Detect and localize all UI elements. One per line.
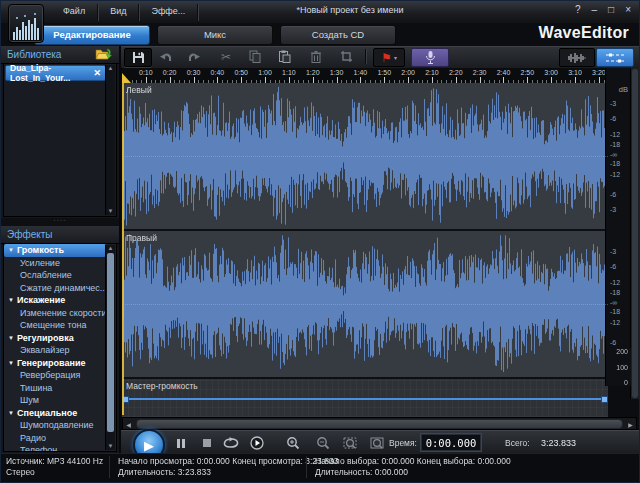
sidebar: Библиотека ▲ ▼ Dua_Lipa-Lost_In_Your...✕… xyxy=(1,46,121,454)
effect-item[interactable]: Шум xyxy=(4,394,116,407)
microphone-icon xyxy=(425,50,436,65)
copy-button[interactable] xyxy=(242,48,268,65)
vertical-scrollbar[interactable] xyxy=(630,68,639,399)
effect-item[interactable]: Эквалайзер xyxy=(4,344,116,357)
tab-item[interactable]: Микс xyxy=(157,25,273,45)
effect-item[interactable]: Сжатие динамичес... xyxy=(4,282,116,295)
effect-item[interactable]: Шумоподавление xyxy=(4,419,116,432)
library-item[interactable]: Dua_Lipa-Lost_In_Your...✕ xyxy=(5,65,106,81)
loop-button[interactable] xyxy=(221,435,241,451)
tab-item[interactable]: Создать CD xyxy=(280,25,396,45)
effect-item[interactable]: Изменение скорости xyxy=(4,307,116,320)
effects-scrollbar[interactable]: ▲ ▼ xyxy=(105,245,115,450)
app-window: ФайлВидЭффе... *Новый проект без имени ?… xyxy=(0,0,640,483)
db-tick-label: -12 xyxy=(610,131,620,138)
remove-item-icon[interactable]: ✕ xyxy=(93,68,101,78)
effect-item-label: Ослабление xyxy=(20,270,72,280)
effect-item[interactable]: Телефон xyxy=(4,444,116,452)
effect-item-label: Телефон xyxy=(20,445,57,452)
cut-button[interactable]: ✂ xyxy=(213,48,239,65)
scroll-up-icon[interactable]: ▲ xyxy=(106,65,115,72)
scrollbar-thumb[interactable] xyxy=(107,253,114,432)
zoom-selection-button[interactable] xyxy=(340,435,360,451)
effect-item[interactable]: ▼Громкость xyxy=(4,244,106,257)
db-tick-label: -3 xyxy=(610,205,616,212)
undo-button[interactable] xyxy=(153,48,179,65)
mode-tabs: РедактированиеМиксСоздать CD xyxy=(34,25,396,45)
effect-item-label: Шум xyxy=(20,395,39,405)
envelope-view-button[interactable] xyxy=(596,48,634,67)
trim-button[interactable] xyxy=(333,48,359,65)
help-button[interactable]: ? xyxy=(575,4,581,15)
envelope-icon xyxy=(605,52,625,64)
app-logo-icon xyxy=(8,4,44,43)
menu-item[interactable]: Вид xyxy=(98,4,139,21)
effect-item-label: Регулировка xyxy=(17,333,74,343)
scrollbar-thumb[interactable] xyxy=(136,419,623,429)
effect-item-label: Шумоподавление xyxy=(20,420,94,430)
volume-envelope-line[interactable] xyxy=(124,398,606,400)
zoom-all-button[interactable] xyxy=(367,435,387,451)
ruler-tick-label: 1:30 xyxy=(330,69,344,76)
db-tick-label: -3 xyxy=(610,248,616,255)
right-channel-track[interactable]: Правый xyxy=(122,231,608,378)
effects-header-label: Эффекты xyxy=(7,229,52,240)
playhead-cursor[interactable] xyxy=(122,83,124,415)
maximize-button[interactable]: □ xyxy=(608,4,614,15)
channel-label: Левый xyxy=(126,85,152,95)
left-channel-track[interactable]: Левый xyxy=(122,83,608,231)
triangle-down-icon: ▼ xyxy=(8,247,14,253)
library-scrollbar[interactable]: ▲ ▼ xyxy=(105,65,115,215)
zoom-in-button[interactable] xyxy=(283,435,303,451)
delete-button[interactable] xyxy=(303,48,329,65)
db-tick-label: -18 xyxy=(610,141,620,148)
open-folder-icon[interactable] xyxy=(95,47,113,61)
effect-item-label: Радио xyxy=(20,433,46,443)
close-button[interactable]: × xyxy=(625,4,631,15)
panel-splitter[interactable]: ···· xyxy=(1,218,119,226)
scissors-icon: ✂ xyxy=(221,50,231,64)
scroll-down-icon[interactable]: ▼ xyxy=(106,443,115,450)
paste-button[interactable] xyxy=(271,48,297,65)
effect-item[interactable]: Реверберация xyxy=(4,369,116,382)
effect-item[interactable]: Тишина xyxy=(4,382,116,395)
scroll-up-icon[interactable]: ▲ xyxy=(106,245,115,252)
effect-item[interactable]: ▼Специальное xyxy=(4,407,116,420)
loop-icon xyxy=(223,437,239,449)
waveform-view-button[interactable] xyxy=(559,48,595,67)
effect-item[interactable]: ▼Регулировка xyxy=(4,332,116,345)
zoom-out-button[interactable] xyxy=(313,435,333,451)
effect-item[interactable]: ▼Генерирование xyxy=(4,357,116,370)
window-title: *Новый проект без имени xyxy=(181,5,519,15)
effect-item[interactable]: Смещение тона xyxy=(4,319,116,332)
time-display[interactable]: 0:00.000 xyxy=(421,434,481,451)
ruler-tick-label: 3:10 xyxy=(568,69,582,76)
record-button[interactable] xyxy=(411,48,449,67)
pause-button[interactable] xyxy=(171,435,191,451)
save-button[interactable] xyxy=(124,48,152,67)
timeline-ruler[interactable]: 0:100:200:300:400:501:001:101:201:301:40… xyxy=(122,68,608,83)
playhead-marker-icon[interactable] xyxy=(122,73,131,83)
stop-button[interactable] xyxy=(197,435,217,451)
ruler-tick-label: 2:30 xyxy=(473,69,487,76)
scroll-down-icon[interactable]: ▼ xyxy=(106,208,115,215)
tab-bar: РедактированиеМиксСоздать CD WaveEditor xyxy=(1,23,639,47)
tab-active[interactable]: Редактирование xyxy=(34,25,150,45)
master-volume-track[interactable]: Мастер-громкость xyxy=(122,377,608,417)
scrollbar-thumb[interactable] xyxy=(632,69,638,398)
minimize-button[interactable]: – xyxy=(592,4,598,15)
ruler-tick-label: 1:00 xyxy=(258,69,272,76)
effect-item[interactable]: Радио xyxy=(4,432,116,445)
add-marker-button[interactable]: ⚑▾ xyxy=(373,48,405,67)
source-format-text: Источник: MP3 44100 Hz xyxy=(6,456,103,467)
menu-item[interactable]: Файл xyxy=(51,4,98,21)
total-time-value: 3:23.833 xyxy=(541,438,576,448)
effect-item[interactable]: Ослабление xyxy=(4,269,116,282)
ruler-tick-label: 1:20 xyxy=(306,69,320,76)
effect-item[interactable]: Усиление xyxy=(4,257,116,270)
pause-icon xyxy=(177,439,185,448)
selection-range-text: Начало выбора: 0:00.000 Конец выбора: 0:… xyxy=(315,456,511,467)
effect-item[interactable]: ▼Искажение xyxy=(4,294,116,307)
redo-button[interactable] xyxy=(181,48,207,65)
play-selection-button[interactable] xyxy=(247,435,267,451)
